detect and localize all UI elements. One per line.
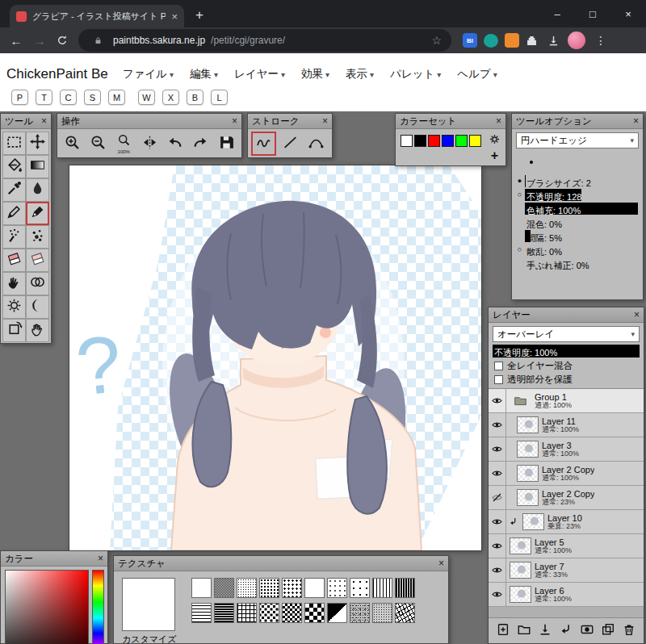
eye-icon[interactable]	[489, 534, 506, 558]
color-swatch[interactable]	[428, 135, 440, 147]
texture-swatch-dots-offset[interactable]	[259, 603, 279, 623]
texture-swatch-diag-half[interactable]	[327, 603, 347, 623]
tool-palette-header[interactable]: ツール ×	[1, 114, 51, 129]
layer-row[interactable]: Layer 2 Copy通常: 100%	[489, 462, 644, 486]
save-button[interactable]	[214, 132, 238, 156]
pressure-toggle-icon[interactable]: ○	[514, 246, 525, 253]
window-close-button[interactable]: ×	[610, 0, 646, 27]
texture-palette-header[interactable]: テクスチャ ×	[114, 556, 448, 571]
texture-swatch-gray50[interactable]	[214, 578, 234, 598]
checkbox[interactable]	[494, 375, 503, 384]
blend-mode-select[interactable]: オーバーレイ ▾	[493, 326, 640, 342]
tool-dodge[interactable]	[2, 295, 26, 319]
lock-alpha-row[interactable]: 透明部分を保護	[494, 374, 638, 385]
close-icon[interactable]: ×	[232, 116, 237, 126]
texture-swatch-checker-mid[interactable]	[304, 603, 325, 623]
brush-setting-row[interactable]: 色補充: 100%	[514, 202, 638, 215]
brush-setting-row[interactable]: 混色: 0%	[514, 215, 638, 229]
extension-icon[interactable]: Bl	[463, 33, 477, 48]
misc-palette-header[interactable]: 操作 ×	[57, 114, 241, 129]
extension-icon[interactable]	[484, 34, 498, 48]
texture-swatch-hlines[interactable]	[191, 603, 212, 623]
brush-tip-select[interactable]: 円ハードエッジ ▾	[516, 132, 639, 148]
close-icon[interactable]: ×	[634, 310, 640, 320]
brush-palette-header[interactable]: ツールオプション ×	[512, 114, 643, 129]
mask-button[interactable]	[580, 622, 594, 640]
redo-button[interactable]	[189, 132, 213, 156]
slider[interactable]: ブラシサイズ: 2	[525, 175, 638, 187]
texture-swatch-dots-dense[interactable]	[237, 578, 257, 598]
tool-water[interactable]	[26, 178, 49, 202]
eye-icon[interactable]	[489, 558, 506, 582]
browser-menu-icon[interactable]: ⋮	[590, 34, 611, 47]
slider[interactable]: 不透明度: 128	[525, 189, 638, 201]
canvas[interactable]: ?	[69, 165, 481, 550]
add-layer-button[interactable]	[496, 622, 510, 640]
tool-pencil[interactable]	[2, 202, 26, 225]
duplicate-button[interactable]	[601, 622, 615, 640]
menu-レイヤー[interactable]: レイヤー▾	[234, 67, 285, 82]
menu-ヘルプ[interactable]: ヘルプ▾	[457, 67, 497, 82]
pressure-toggle-icon[interactable]: ○	[514, 191, 525, 199]
close-icon[interactable]: ×	[41, 116, 47, 126]
slider[interactable]: 散乱: 0%	[525, 244, 638, 256]
profile-avatar[interactable]	[568, 31, 585, 49]
menu-編集[interactable]: 編集▾	[190, 67, 218, 82]
texture-swatch-hlines-dense[interactable]	[214, 603, 234, 623]
texture-swatch-dots-med[interactable]	[259, 578, 279, 598]
shortcut-key-W[interactable]: W	[138, 90, 155, 105]
eye-icon[interactable]	[489, 583, 506, 606]
shortcut-key-S[interactable]: S	[84, 90, 101, 105]
shortcut-key-C[interactable]: C	[60, 90, 77, 105]
layer-opacity-slider[interactable]: 不透明度: 100%	[493, 345, 640, 358]
tool-dots[interactable]	[26, 225, 49, 249]
tool-gradient[interactable]	[26, 155, 49, 178]
tool-rect-select[interactable]	[2, 132, 26, 155]
eye-icon[interactable]	[489, 462, 506, 485]
window-maximize-button[interactable]: □	[575, 0, 610, 27]
shortcut-key-L[interactable]: L	[211, 90, 228, 105]
address-bar[interactable]: paintbbs.sakura.ne.jp /petit/cgi/gravure…	[78, 29, 451, 52]
texture-preview[interactable]	[122, 578, 175, 631]
texture-swatch-checker-small[interactable]	[282, 603, 302, 623]
undo-button[interactable]	[163, 132, 187, 156]
tool-color-picker[interactable]	[2, 178, 26, 202]
new-tab-button[interactable]: +	[195, 7, 203, 23]
shortcut-key-B[interactable]: B	[187, 90, 203, 105]
tool-rotate-canvas[interactable]	[2, 319, 26, 342]
slider[interactable]: 色補充: 100%	[525, 203, 638, 215]
brush-setting-row[interactable]: ○不透明度: 128	[514, 188, 638, 202]
slider[interactable]: 混色: 0%	[525, 216, 638, 228]
tool-airbrush[interactable]	[2, 225, 26, 249]
eye-icon[interactable]	[489, 389, 506, 412]
texture-swatch-noise-fine[interactable]	[372, 603, 392, 623]
swatch-settings-gear-icon[interactable]	[489, 133, 501, 148]
shortcut-key-T[interactable]: T	[36, 90, 52, 105]
slider[interactable]: 手ぶれ補正: 0%	[525, 257, 638, 270]
reload-button[interactable]	[52, 32, 72, 48]
shortcut-key-P[interactable]: P	[11, 90, 28, 105]
tool-flood-fill[interactable]	[2, 155, 26, 178]
close-icon[interactable]: ×	[633, 116, 639, 126]
close-icon[interactable]: ×	[98, 554, 103, 563]
stroke-palette-header[interactable]: ストローク ×	[248, 114, 332, 129]
brush-setting-row[interactable]: 間隔: 5%	[514, 229, 638, 243]
zoom-100-button[interactable]: 100%	[111, 132, 136, 156]
pressure-toggle-icon[interactable]: ●	[514, 178, 525, 185]
tool-eraser[interactable]	[2, 249, 26, 272]
sample-all-layers-row[interactable]: 全レイヤー混合	[494, 360, 638, 371]
texture-swatch-dots-fine[interactable]	[304, 578, 325, 598]
bookmark-star-icon[interactable]: ☆	[431, 34, 442, 47]
add-folder-button[interactable]	[517, 622, 531, 640]
tool-smudge[interactable]	[2, 272, 26, 295]
eye-icon[interactable]	[489, 413, 506, 437]
hue-strip[interactable]	[92, 570, 104, 644]
layers-palette-header[interactable]: レイヤー ×	[489, 307, 644, 323]
stroke-line-button[interactable]	[278, 132, 303, 156]
import-button[interactable]	[538, 622, 552, 640]
extensions-puzzle-icon[interactable]	[522, 32, 541, 48]
layer-row[interactable]: Layer 11通常: 100%	[489, 413, 644, 437]
color-swatch[interactable]	[401, 135, 413, 147]
eye-icon[interactable]	[489, 437, 506, 461]
color-swatch[interactable]	[442, 135, 454, 147]
